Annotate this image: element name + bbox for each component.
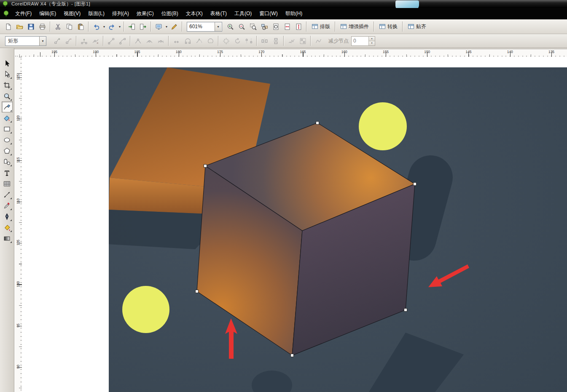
selection-node[interactable] [414,183,417,186]
undo-dropdown-arrow-icon[interactable]: ▾ [102,25,106,29]
menu-item-0[interactable]: 文件(F) [11,8,35,19]
outline-tool-button[interactable] [2,211,13,222]
toolbar-text-button-2[interactable]: 转换 [376,21,400,32]
text-tool-button[interactable] [2,167,13,178]
elastic-mode-button[interactable] [286,35,297,47]
extract-subpath-button[interactable] [193,35,205,47]
cut-button[interactable] [52,21,64,32]
spin-down-button[interactable]: ▾ [369,41,375,45]
align-nodes-button[interactable] [243,35,255,47]
zoom-all-button[interactable] [259,21,270,32]
shape-tool-button[interactable] [2,69,13,80]
vertical-ruler[interactable]: 1251201151101051009590 [14,57,22,392]
application-launcher-dropdown-arrow-icon[interactable]: ▾ [164,25,169,29]
new-document-button[interactable] [3,21,14,32]
copy-button[interactable] [64,21,75,32]
drawing-image[interactable] [109,67,567,392]
shape-combo-arrow-icon[interactable]: ▾ [39,37,46,45]
zoom-level-combo[interactable]: ▾ [187,22,222,32]
reduce-nodes-input[interactable] [352,37,368,44]
menu-item-3[interactable]: 版面(L) [84,8,108,19]
menu-item-7[interactable]: 文本(X) [182,8,207,19]
macro-pen-button[interactable] [169,21,180,32]
zoom-out-button[interactable] [236,21,247,32]
selection-node[interactable] [291,354,294,357]
freehand-tool-button[interactable] [2,101,13,112]
application-launcher-button[interactable] [153,21,164,32]
close-curve-button[interactable] [182,35,193,47]
canvas[interactable] [22,57,567,392]
auto-close-button[interactable] [205,35,216,47]
open-folder-button[interactable] [14,21,25,32]
basic-shapes-tool-button[interactable] [2,156,13,167]
zoom-in-button[interactable] [225,21,236,32]
menu-item-2[interactable]: 视图(V) [60,8,84,19]
horizontal-ruler[interactable]: 195190185180175170165160155150145140135 [14,49,567,58]
menu-item-8[interactable]: 表格(T) [207,8,231,19]
menu-item-4[interactable]: 排列(A) [108,8,133,19]
to-curve-button[interactable] [117,35,128,47]
add-node-button[interactable] [51,35,63,47]
zoom-height-button[interactable] [293,21,304,32]
delete-node-button[interactable] [63,35,74,47]
selection-node[interactable] [316,122,319,125]
redo-button[interactable] [106,21,118,32]
symmetrical-node-button[interactable] [155,35,167,47]
reflect-vertical-button[interactable] [270,35,282,47]
print-button[interactable] [37,21,48,32]
selection-node[interactable] [404,309,407,312]
spin-up-button[interactable]: ▴ [369,37,375,41]
zoom-page-button[interactable] [270,21,282,32]
smooth-node-button[interactable] [144,35,155,47]
reduce-nodes-spinner[interactable]: ▴ ▾ [351,36,375,46]
redo-dropdown-arrow-icon[interactable]: ▾ [118,25,122,29]
ellipse-tool-button[interactable] [2,134,13,145]
undo-button[interactable] [91,21,102,32]
toolbar-text-button-3[interactable]: 贴齐 [405,21,429,32]
fill-tool-button[interactable] [2,222,13,233]
paste-button[interactable] [75,21,86,32]
menu-item-5[interactable]: 效果(C) [133,8,158,19]
interactive-fill-tool-button[interactable] [2,233,13,244]
smart-fill-tool-button[interactable] [2,112,13,123]
menu-item-1[interactable]: 编辑(E) [35,8,60,19]
join-nodes-button[interactable] [78,35,90,47]
save-button[interactable] [25,21,37,32]
table-tool-button[interactable] [2,178,13,189]
toolbar-text-button-label: 转换 [387,23,398,30]
reflect-horizontal-button[interactable] [259,35,270,47]
menu-item-11[interactable]: 帮助(H) [282,8,306,19]
crop-tool-button[interactable] [2,80,13,91]
rectangle-tool-button[interactable] [2,123,13,134]
cusp-node-button[interactable] [132,35,144,47]
reverse-direction-button[interactable] [171,35,182,47]
zoom-level-input[interactable] [187,23,215,30]
polygon-tool-button[interactable] [2,145,13,156]
zoom-tool-button[interactable] [2,91,13,101]
menu-item-9[interactable]: 工具(O) [231,8,255,19]
menu-item-6[interactable]: 位图(B) [158,8,182,19]
zoom-out-icon [238,23,245,30]
zoom-selected-button[interactable] [247,21,259,32]
eyedropper-tool-button[interactable] [2,200,13,211]
zoom-combo-arrow-icon[interactable]: ▾ [215,22,221,31]
shape-type-combo[interactable]: 矩形 ▾ [5,36,46,46]
stretch-nodes-button[interactable] [220,35,232,47]
toolbar-text-button-0[interactable]: 排版 [309,21,333,32]
selection-node[interactable] [196,290,199,293]
to-line-icon [107,37,115,45]
pick-tool-button[interactable] [2,58,13,69]
select-all-nodes-button[interactable] [297,35,309,47]
to-line-button[interactable] [105,35,117,47]
break-curve-button[interactable] [90,35,101,47]
menu-item-10[interactable]: 窗口(W) [255,8,281,19]
export-button[interactable] [137,21,149,32]
curve-smoothness-button[interactable] [313,35,324,47]
import-button[interactable] [126,21,137,32]
rotate-nodes-button[interactable] [232,35,243,47]
toolbar-separator [88,21,89,32]
toolbar-text-button-1[interactable]: 增强插件 [337,21,372,32]
selection-node[interactable] [204,165,207,168]
zoom-width-button[interactable] [282,21,293,32]
dimension-tool-button[interactable] [2,189,13,200]
